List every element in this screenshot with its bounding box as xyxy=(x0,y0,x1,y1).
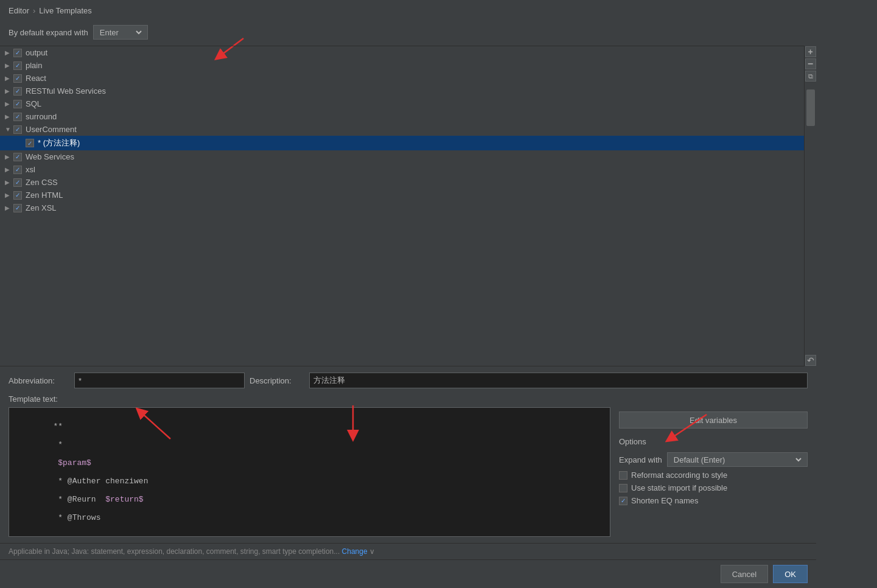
tree-item-zencss[interactable]: ▶ Zen CSS xyxy=(0,176,816,189)
remove-button[interactable]: − xyxy=(805,58,816,69)
tree-container: ▶ output ▶ plain ▶ React ▶ RESTful Web S… xyxy=(0,46,816,366)
live-templates-dialog: Editor › Live Templates By default expan… xyxy=(0,0,816,588)
tree-label-restful: RESTful Web Services xyxy=(26,86,106,96)
checkbox-webservices[interactable] xyxy=(13,153,22,161)
shorten-eq-checkbox[interactable] xyxy=(619,497,627,505)
reformat-checkbox[interactable] xyxy=(619,471,627,480)
checkbox-react[interactable] xyxy=(13,74,22,83)
tree-label-zenxsl: Zen XSL xyxy=(26,203,57,212)
tree-item-surround[interactable]: ▶ surround xyxy=(0,110,816,123)
toggle-arrow-xsl[interactable]: ▶ xyxy=(5,166,13,173)
breadcrumb-parent: Editor xyxy=(9,6,29,15)
toggle-arrow-plain[interactable]: ▶ xyxy=(5,62,13,69)
tree-item-usercomment[interactable]: ▼ UserComment xyxy=(0,123,816,136)
reformat-label: Reformat according to style xyxy=(631,471,727,480)
description-label: Description: xyxy=(250,376,304,385)
tree-label-output: output xyxy=(26,48,47,57)
checkbox-zencss[interactable] xyxy=(13,178,22,187)
tree-label-webservices: Web Services xyxy=(26,152,74,161)
options-label: Options xyxy=(619,437,808,446)
options-section: Edit variables Options Expand with Defau… xyxy=(619,394,808,537)
toggle-arrow-surround[interactable]: ▶ xyxy=(5,113,13,120)
tree-label-surround: surround xyxy=(26,112,57,121)
toggle-arrow-zenhtml[interactable]: ▶ xyxy=(5,192,13,198)
breadcrumb-separator: › xyxy=(33,6,35,15)
toggle-arrow-usercomment[interactable]: ▼ xyxy=(5,126,13,133)
fields-area: Abbreviation: Description: xyxy=(0,366,816,394)
tree-item-zenhtml[interactable]: ▶ Zen HTML xyxy=(0,189,816,201)
tree-label-xsl: xsl xyxy=(26,165,35,174)
checkbox-output[interactable] xyxy=(13,49,22,57)
tree-item-react[interactable]: ▶ React xyxy=(0,72,816,85)
options-expand-dropdown[interactable]: Default (Enter) Enter Tab Space xyxy=(667,452,808,467)
applicable-bar: Applicable in Java; Java: statement, exp… xyxy=(0,543,816,559)
abbreviation-input[interactable] xyxy=(74,373,245,388)
breadcrumb: Editor › Live Templates xyxy=(0,0,816,20)
toggle-arrow-sql[interactable]: ▶ xyxy=(5,100,13,107)
tree-item-zenxsl[interactable]: ▶ Zen XSL xyxy=(0,201,816,214)
scrollbar-track xyxy=(806,83,815,353)
tree-label-zenhtml: Zen HTML xyxy=(26,191,63,200)
shorten-eq-row: Shorten EQ names xyxy=(619,496,808,505)
copy-button[interactable]: ⧉ xyxy=(805,71,816,82)
expand-dropdown[interactable]: Enter Tab Space xyxy=(93,25,148,40)
tree-item-xsl[interactable]: ▶ xsl xyxy=(0,163,816,176)
abbreviation-label: Abbreviation: xyxy=(9,376,69,385)
description-input[interactable] xyxy=(309,373,808,388)
checkbox-restful[interactable] xyxy=(13,87,22,96)
template-label: Template text: xyxy=(9,394,610,404)
template-text-area[interactable]: ** * $param$ * @Auther chenziwen * @Reur… xyxy=(9,407,610,537)
expand-with-label: Expand with xyxy=(619,455,662,464)
toggle-arrow-react[interactable]: ▶ xyxy=(5,75,13,82)
checkbox-xsl[interactable] xyxy=(13,166,22,174)
tree-label-sql: SQL xyxy=(26,99,41,108)
static-import-checkbox[interactable] xyxy=(619,484,627,492)
ok-button[interactable]: OK xyxy=(773,565,808,583)
tree-label-method-comment: * (方法注释) xyxy=(38,138,80,149)
bottom-section: Template text: ** * $param$ * @Auther ch… xyxy=(0,394,816,543)
options-expand-select[interactable]: Default (Enter) Enter Tab Space xyxy=(671,455,803,465)
tree-item-sql[interactable]: ▶ SQL xyxy=(0,97,816,110)
checkbox-sql[interactable] xyxy=(13,100,22,108)
static-import-row: Use static import if possible xyxy=(619,483,808,492)
cancel-button[interactable]: Cancel xyxy=(721,565,768,583)
tree-label-react: React xyxy=(26,74,46,83)
tree-label-usercomment: UserComment xyxy=(26,125,77,134)
add-button[interactable]: + xyxy=(805,46,816,57)
tree-item-webservices[interactable]: ▶ Web Services xyxy=(0,150,816,163)
checkbox-zenxsl[interactable] xyxy=(13,204,22,212)
undo-button[interactable]: ↶ xyxy=(805,355,816,366)
applicable-text: Applicable in Java; Java: statement, exp… xyxy=(9,547,340,556)
breadcrumb-current: Live Templates xyxy=(39,6,91,15)
dropdown-indicator: ∨ xyxy=(369,547,375,556)
static-import-label: Use static import if possible xyxy=(631,483,727,492)
template-section: Template text: ** * $param$ * @Auther ch… xyxy=(9,394,610,537)
tree-item-output[interactable]: ▶ output xyxy=(0,46,816,59)
tree-list[interactable]: ▶ output ▶ plain ▶ React ▶ RESTful Web S… xyxy=(0,46,816,366)
tree-label-zencss: Zen CSS xyxy=(26,178,58,187)
expand-with-row: Expand with Default (Enter) Enter Tab Sp… xyxy=(619,452,808,467)
expand-row: By default expand with Enter Tab Space xyxy=(0,20,816,46)
toggle-arrow-zencss[interactable]: ▶ xyxy=(5,179,13,186)
shorten-eq-label: Shorten EQ names xyxy=(631,496,699,505)
toggle-arrow-restful[interactable]: ▶ xyxy=(5,88,13,94)
scrollbar-thumb[interactable] xyxy=(806,89,815,126)
toggle-arrow-webservices[interactable]: ▶ xyxy=(5,153,13,160)
checkbox-surround[interactable] xyxy=(13,113,22,121)
expand-label: By default expand with xyxy=(9,28,88,37)
footer-bar: Cancel OK xyxy=(0,559,816,588)
checkbox-usercomment[interactable] xyxy=(13,125,22,134)
abbreviation-row: Abbreviation: Description: xyxy=(9,373,808,388)
toggle-arrow-zenxsl[interactable]: ▶ xyxy=(5,205,13,211)
expand-select[interactable]: Enter Tab Space xyxy=(97,27,144,38)
tree-item-plain[interactable]: ▶ plain xyxy=(0,59,816,72)
checkbox-method-comment[interactable] xyxy=(26,139,34,147)
checkbox-zenhtml[interactable] xyxy=(13,191,22,200)
change-link[interactable]: Change xyxy=(342,547,368,556)
edit-variables-button[interactable]: Edit variables xyxy=(619,411,808,429)
tree-item-restful[interactable]: ▶ RESTful Web Services xyxy=(0,85,816,97)
tree-item-method-comment[interactable]: * (方法注释) xyxy=(0,136,816,150)
toggle-arrow-output[interactable]: ▶ xyxy=(5,49,13,56)
checkbox-plain[interactable] xyxy=(13,61,22,70)
reformat-row: Reformat according to style xyxy=(619,471,808,480)
